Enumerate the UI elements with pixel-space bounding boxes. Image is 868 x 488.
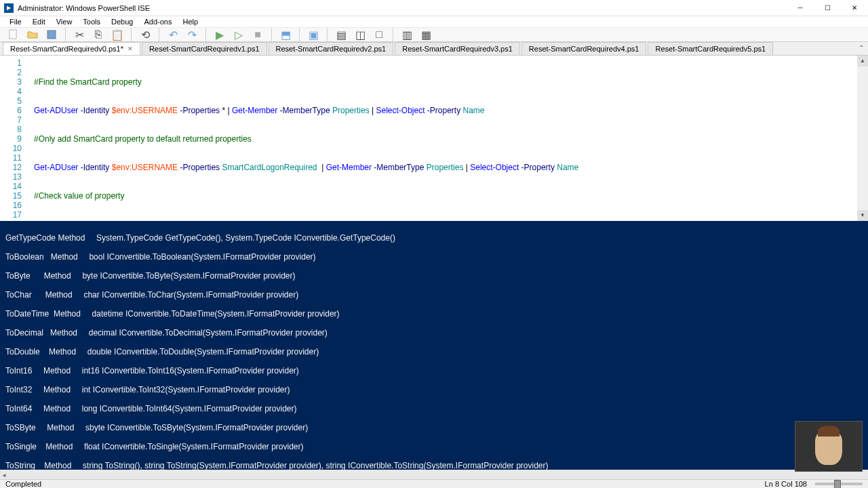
tab-v0-label: Reset-SmartCardRequiredv0.ps1* (10, 45, 123, 53)
webcam-overlay (795, 421, 863, 472)
tab-v3-label: Reset-SmartCardRequiredv3.ps1 (402, 45, 513, 53)
tabstrip: Reset-SmartCardRequiredv0.ps1*✕ Reset-Sm… (0, 42, 868, 56)
open-icon[interactable] (26, 28, 39, 41)
menu-debug[interactable]: Debug (107, 16, 137, 27)
layout2-icon[interactable]: ◫ (353, 28, 367, 41)
statusbar: Completed Ln 8 Col 108 (0, 479, 868, 488)
svg-rect-0 (9, 30, 16, 39)
command-addon-icon[interactable]: ▥ (400, 28, 414, 41)
zoom-slider[interactable] (815, 483, 863, 485)
show-command-icon[interactable]: ▦ (419, 28, 433, 41)
window-title: Administrator: Windows PowerShell ISE (18, 4, 150, 12)
undo-icon[interactable]: ↶ (166, 28, 180, 41)
save-icon[interactable] (45, 28, 58, 41)
console-line: ToByte Method byte IConvertible.ToByte(S… (5, 271, 863, 281)
console-line: ToDecimal Method decimal IConvertible.To… (5, 328, 863, 338)
menu-addons[interactable]: Add-ons (140, 16, 176, 27)
scroll-down-icon[interactable]: ▼ (857, 210, 868, 221)
script-editor[interactable]: 12345 678910 1112131415 1617181920 #Find… (0, 56, 868, 221)
close-icon[interactable]: ✕ (127, 45, 133, 52)
new-icon[interactable] (7, 28, 20, 41)
menubar: File Edit View Tools Debug Add-ons Help (0, 16, 868, 28)
editor-scrollbar[interactable]: ▲ ▼ (857, 56, 868, 221)
scroll-up-icon[interactable]: ▲ (857, 56, 868, 66)
status-text: Completed (5, 480, 41, 488)
tab-v2[interactable]: Reset-SmartCardRequiredv2.ps1 (269, 42, 394, 55)
run-selection-icon[interactable]: ▷ (232, 28, 245, 41)
console-line: ToSByte Method sbyte IConvertible.ToSByt… (5, 423, 863, 432)
console-scrollbar-horizontal[interactable] (0, 470, 868, 479)
tab-v4-label: Reset-SmartCardRequiredv4.ps1 (529, 45, 639, 53)
stop-icon[interactable]: ■ (251, 28, 264, 41)
copy-icon[interactable]: ⎘ (92, 28, 105, 41)
close-button[interactable]: ✕ (841, 0, 868, 16)
minimize-button[interactable]: ─ (787, 0, 814, 16)
menu-tools[interactable]: Tools (79, 16, 104, 27)
console-line: ToChar Method char IConvertible.ToChar(S… (5, 290, 863, 300)
console-pane[interactable]: GetTypeCode Method System.TypeCode GetTy… (0, 221, 868, 479)
svg-rect-1 (47, 30, 56, 39)
tab-v5[interactable]: Reset-SmartCardRequiredv5.ps1 (648, 42, 773, 55)
tab-v4[interactable]: Reset-SmartCardRequiredv4.ps1 (521, 42, 647, 55)
cut-icon[interactable]: ✂ (73, 28, 86, 41)
maximize-button[interactable]: ☐ (814, 0, 841, 16)
paste-icon[interactable]: 📋 (111, 28, 124, 41)
console-line: ToInt16 Method int16 IConvertible.ToInt1… (5, 366, 863, 375)
console-line: ToDouble Method double IConvertible.ToDo… (5, 347, 863, 357)
console-line: ToInt64 Method long IConvertible.ToInt64… (5, 404, 863, 413)
new-remote-icon[interactable]: ▣ (307, 28, 320, 41)
console-line: ToBoolean Method bool IConvertible.ToBoo… (5, 252, 863, 262)
console-line: GetTypeCode Method System.TypeCode GetTy… (5, 233, 863, 243)
layout3-icon[interactable]: □ (372, 28, 386, 41)
menu-view[interactable]: View (52, 16, 77, 27)
line-gutter: 12345 678910 1112131415 1617181920 (0, 58, 28, 221)
redo-icon[interactable]: ↷ (185, 28, 199, 41)
titlebar: ▶ Administrator: Windows PowerShell ISE … (0, 0, 868, 16)
collapse-pane-icon[interactable]: ⌃ (859, 44, 864, 52)
toolbar: ✂ ⎘ 📋 ⟲ ↶ ↷ ▶ ▷ ■ ⬒ ▣ ▤ ◫ □ ▥ ▦ (0, 28, 868, 42)
clear-icon[interactable]: ⟲ (138, 28, 152, 41)
editor-body[interactable]: #Find the SmartCard property Get-ADUser … (34, 56, 868, 221)
tab-v5-label: Reset-SmartCardRequiredv5.ps1 (655, 45, 766, 53)
menu-edit[interactable]: Edit (28, 16, 50, 27)
console-line: ToInt32 Method int IConvertible.ToInt32(… (5, 385, 863, 394)
tab-v1[interactable]: Reset-SmartCardRequiredv1.ps1 (142, 42, 267, 55)
run-icon[interactable]: ▶ (213, 28, 226, 41)
tab-v1-label: Reset-SmartCardRequiredv1.ps1 (149, 45, 260, 53)
menu-help[interactable]: Help (178, 16, 202, 27)
tab-v0[interactable]: Reset-SmartCardRequiredv0.ps1*✕ (3, 42, 140, 55)
console-line: ToSingle Method float IConvertible.ToSin… (5, 442, 863, 451)
tab-v2-label: Reset-SmartCardRequiredv2.ps1 (276, 45, 387, 53)
remote-icon[interactable]: ⬒ (279, 28, 292, 41)
cursor-position: Ln 8 Col 108 (765, 480, 807, 488)
tab-v3[interactable]: Reset-SmartCardRequiredv3.ps1 (395, 42, 520, 55)
menu-file[interactable]: File (5, 16, 26, 27)
layout1-icon[interactable]: ▤ (334, 28, 348, 41)
console-line: ToDateTime Method datetime IConvertible.… (5, 309, 863, 319)
app-icon: ▶ (4, 3, 14, 13)
